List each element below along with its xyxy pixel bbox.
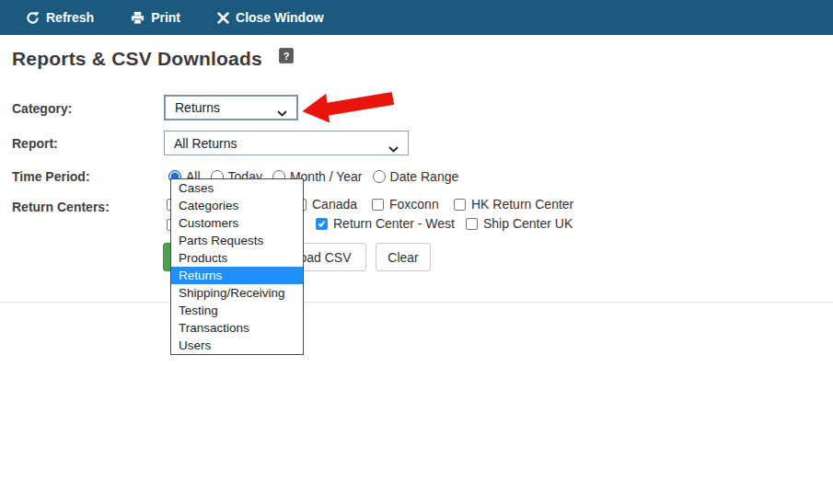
close-window-button[interactable]: Close Window xyxy=(217,10,324,25)
print-label: Print xyxy=(151,10,180,25)
report-select[interactable]: All Returns xyxy=(164,131,409,155)
dropdown-item-users[interactable]: Users xyxy=(171,337,303,354)
report-label: Report: xyxy=(12,136,58,151)
checkbox-foxconn[interactable]: Foxconn xyxy=(372,197,439,212)
print-button[interactable]: Print xyxy=(131,10,180,25)
checkbox-ship-center-uk[interactable]: Ship Center UK xyxy=(466,216,573,231)
time-period-label: Time Period: xyxy=(12,169,90,184)
checkbox-canada[interactable]: Canada xyxy=(295,197,357,212)
section-divider xyxy=(0,302,833,303)
dropdown-item-shipping-receiving[interactable]: Shipping/Receiving xyxy=(171,284,303,302)
category-dropdown-list: Cases Categories Customers Parts Request… xyxy=(170,178,304,355)
checkbox-ship-center-uk-label: Ship Center UK xyxy=(483,216,573,231)
chevron-down-icon xyxy=(388,141,399,155)
checkbox-hk-return-center[interactable]: HK Return Center xyxy=(454,197,573,212)
print-icon xyxy=(131,11,145,25)
category-label: Category: xyxy=(12,101,72,116)
red-arrow-annotation xyxy=(299,83,397,129)
page-title: Reports & CSV Downloads xyxy=(12,48,262,70)
checkbox-icon xyxy=(454,199,466,211)
close-window-label: Close Window xyxy=(236,10,324,25)
help-icon[interactable]: ? xyxy=(279,48,294,63)
checkbox-icon xyxy=(372,199,384,211)
dropdown-item-customers[interactable]: Customers xyxy=(171,214,303,232)
reports-window: Refresh Print Close Window Reports & CSV… xyxy=(0,0,833,504)
clear-button[interactable]: Clear xyxy=(376,243,431,271)
category-select-value: Returns xyxy=(175,100,220,115)
checkbox-return-center-west-label: Return Center - West xyxy=(333,216,455,231)
refresh-icon xyxy=(26,11,40,25)
toolbar: Refresh Print Close Window xyxy=(0,0,833,35)
radio-icon xyxy=(373,170,386,183)
checkbox-foxconn-label: Foxconn xyxy=(389,197,439,212)
dropdown-item-returns[interactable]: Returns xyxy=(171,267,303,284)
report-select-value: All Returns xyxy=(174,136,237,151)
checkbox-checked-icon xyxy=(316,218,328,230)
dropdown-item-categories[interactable]: Categories xyxy=(171,197,303,214)
category-select[interactable]: Returns xyxy=(164,95,298,120)
dropdown-item-products[interactable]: Products xyxy=(171,249,303,267)
checkbox-hk-return-center-label: HK Return Center xyxy=(471,197,573,212)
checkbox-return-center-west[interactable]: Return Center - West xyxy=(316,216,455,231)
dropdown-item-parts-requests[interactable]: Parts Requests xyxy=(171,232,303,249)
checkbox-icon xyxy=(466,218,478,230)
checkbox-canada-label: Canada xyxy=(312,197,357,212)
dropdown-item-cases[interactable]: Cases xyxy=(171,179,303,197)
close-icon xyxy=(217,12,229,24)
chevron-down-icon xyxy=(277,105,287,120)
radio-date-range[interactable]: Date Range xyxy=(373,169,459,184)
return-centers-label: Return Centers: xyxy=(12,200,110,214)
radio-date-range-label: Date Range xyxy=(390,169,459,184)
refresh-label: Refresh xyxy=(46,10,94,25)
dropdown-item-transactions[interactable]: Transactions xyxy=(171,319,303,337)
dropdown-item-testing[interactable]: Testing xyxy=(171,302,303,319)
refresh-button[interactable]: Refresh xyxy=(26,10,94,25)
